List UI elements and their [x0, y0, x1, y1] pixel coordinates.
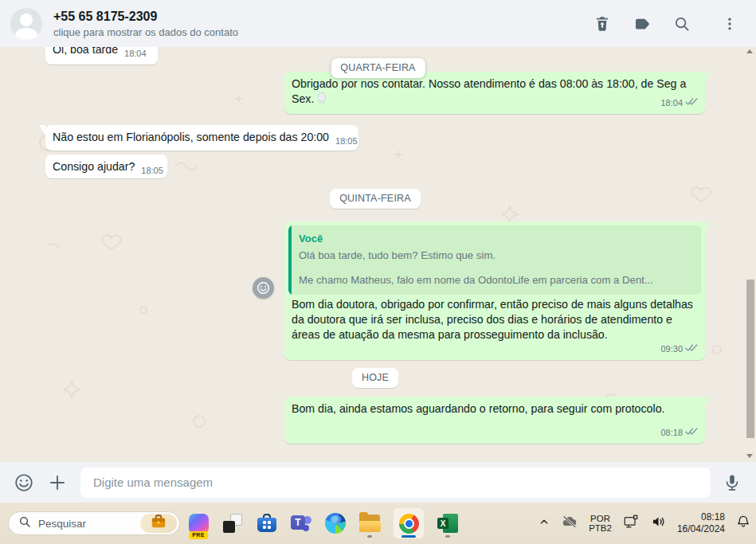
file-explorer-icon	[359, 515, 380, 532]
composer-bar	[0, 462, 756, 503]
plus-icon	[48, 473, 67, 492]
avatar-body	[15, 28, 37, 40]
message-incoming-truncated[interactable]: Oi, boa tarde18:04	[45, 47, 158, 65]
whatsapp-window: +55 65 8175-2309 clique para mostrar os …	[0, 0, 756, 544]
search-icon	[18, 515, 31, 531]
taskbar-copilot-button[interactable]: PRE	[188, 507, 209, 539]
delete-chat-button[interactable]	[592, 14, 613, 34]
taskbar-excel-button[interactable]: X	[437, 507, 458, 539]
menu-button[interactable]	[719, 14, 740, 34]
message-text: Consigo ajudar?	[53, 160, 135, 173]
avatar-head	[20, 14, 33, 26]
tooth-emoji	[315, 92, 329, 109]
scroll-up-arrow[interactable]	[746, 49, 753, 53]
tray-notifications-button[interactable]	[735, 514, 751, 533]
taskbar-app-icons: PRE T	[188, 503, 458, 544]
tray-time: 08:18	[677, 511, 725, 523]
taskbar-file-explorer-button[interactable]	[359, 507, 380, 539]
tray-network-button[interactable]	[622, 514, 640, 533]
taskbar-edge-button[interactable]	[325, 507, 346, 539]
language-line1: POR	[589, 514, 612, 523]
label-chat-button[interactable]	[632, 14, 652, 34]
attach-button[interactable]	[47, 472, 68, 493]
message-input[interactable]	[80, 468, 711, 498]
scrollbar-thumb[interactable]	[746, 280, 754, 438]
message-text: Bom dia doutora, obrigado por confirmar,…	[284, 295, 705, 360]
contact-subtitle: clique para mostrar os dados do contato	[53, 25, 592, 40]
network-display-icon	[622, 514, 640, 533]
message-time: 18:04	[660, 96, 683, 111]
taskbar-search-input[interactable]	[38, 518, 122, 530]
quote-line1: Olá boa tarde, tudo bem? Estimo que sim.	[299, 248, 653, 263]
search-in-chat-button[interactable]	[672, 14, 692, 34]
trash-icon	[593, 15, 611, 33]
bell-icon	[735, 514, 751, 533]
tray-volume-button[interactable]	[650, 514, 667, 533]
windows-taskbar: PRE T	[0, 503, 756, 544]
briefcase-icon	[150, 514, 167, 533]
header-actions	[592, 14, 740, 34]
message-outgoing-protocolo[interactable]: Bom dia, ainda estamos aguardando o reto…	[284, 397, 705, 444]
message-time: 08:18	[660, 425, 683, 440]
taskbar-store-button[interactable]	[257, 507, 277, 539]
chrome-active-tile	[394, 508, 424, 538]
taskbar-teams-button[interactable]: T	[291, 507, 311, 539]
tray-clock[interactable]: 08:18 16/04/2024	[677, 511, 725, 535]
message-text: Oi, boa tarde	[53, 47, 118, 56]
avatar[interactable]	[10, 8, 42, 40]
label-icon	[633, 14, 652, 33]
double-check-icon	[685, 425, 698, 440]
date-chip-quinta-feira: QUINTA-FEIRA	[330, 189, 421, 209]
speaker-icon	[650, 514, 667, 533]
chrome-icon	[399, 514, 419, 534]
tray-show-hidden-icons-button[interactable]	[538, 515, 550, 531]
language-line2: PTB2	[589, 523, 612, 533]
tray-date: 16/04/2024	[677, 523, 725, 535]
message-time: 18:05	[335, 134, 358, 149]
message-outgoing-quoted[interactable]: Você Olá boa tarde, tudo bem? Estimo que…	[284, 221, 705, 360]
message-incoming-florianopolis[interactable]: Não estou em Florianópolis, somente depo…	[45, 125, 358, 151]
message-text: Obrigado por nos contatar. Nosso atendim…	[292, 77, 686, 105]
chat-scrollbar[interactable]	[744, 47, 756, 462]
taskbar-search[interactable]	[8, 511, 180, 535]
cloud-off-icon	[561, 514, 578, 533]
quoted-message[interactable]: Você Olá boa tarde, tudo bem? Estimo que…	[288, 225, 701, 295]
date-chip-hoje: HOJE	[352, 368, 398, 388]
microphone-icon	[723, 473, 742, 492]
message-meta: 18:04	[660, 96, 698, 111]
chat-header: +55 65 8175-2309 clique para mostrar os …	[0, 0, 756, 47]
message-time: 18:05	[141, 163, 163, 178]
search-highlight-badge[interactable]	[140, 514, 177, 533]
message-incoming-ajudar[interactable]: Consigo ajudar?18:05	[45, 155, 167, 178]
quote-line2: Me chamo Matheus, falo em nome da Odonto…	[299, 272, 653, 288]
double-check-icon	[685, 96, 698, 111]
tray-onedrive-button[interactable]	[561, 514, 578, 533]
system-tray: POR PTB2 08:18 16/04/2024	[538, 503, 751, 544]
taskbar-chrome-button[interactable]	[394, 507, 424, 539]
search-icon	[673, 15, 691, 33]
excel-icon: X	[437, 514, 458, 533]
contact-info[interactable]: +55 65 8175-2309 clique para mostrar os …	[53, 8, 592, 40]
message-meta: 09:30	[660, 342, 698, 357]
message-time: 09:30	[660, 342, 683, 357]
chevron-up-icon	[538, 515, 550, 531]
emoji-picker-button[interactable]	[14, 472, 34, 493]
quote-author: Você	[299, 231, 653, 246]
message-text: Bom dia, ainda estamos aguardando o reto…	[284, 397, 705, 423]
react-emoji-button[interactable]	[253, 277, 274, 299]
quote-content: Você Olá boa tarde, tudo bem? Estimo que…	[292, 225, 663, 295]
copilot-icon	[189, 514, 209, 534]
scroll-down-arrow[interactable]	[746, 454, 753, 458]
teams-icon: T	[291, 513, 311, 534]
active-running-indicator	[402, 535, 416, 538]
message-meta: 08:18	[660, 425, 698, 440]
message-list: Oi, boa tarde18:04 Obrigado por nos cont…	[0, 47, 756, 462]
voice-message-button[interactable]	[722, 472, 742, 493]
kebab-menu-icon	[722, 16, 738, 32]
tray-language-indicator[interactable]: POR PTB2	[589, 514, 612, 533]
taskbar-task-view-button[interactable]	[222, 507, 243, 539]
date-chip-quarta-feira-sticky: QUARTA-FEIRA	[331, 58, 425, 78]
message-text: Não estou em Florianópolis, somente depo…	[53, 131, 329, 143]
copilot-pre-badge: PRE	[189, 531, 208, 539]
smiley-icon	[14, 472, 34, 493]
